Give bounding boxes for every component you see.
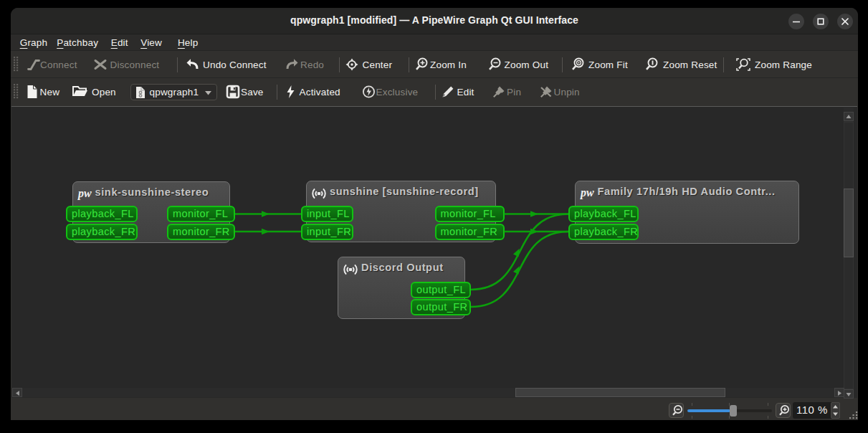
svg-text:pw: pw <box>77 187 92 200</box>
svg-text:pw: pw <box>580 186 594 199</box>
